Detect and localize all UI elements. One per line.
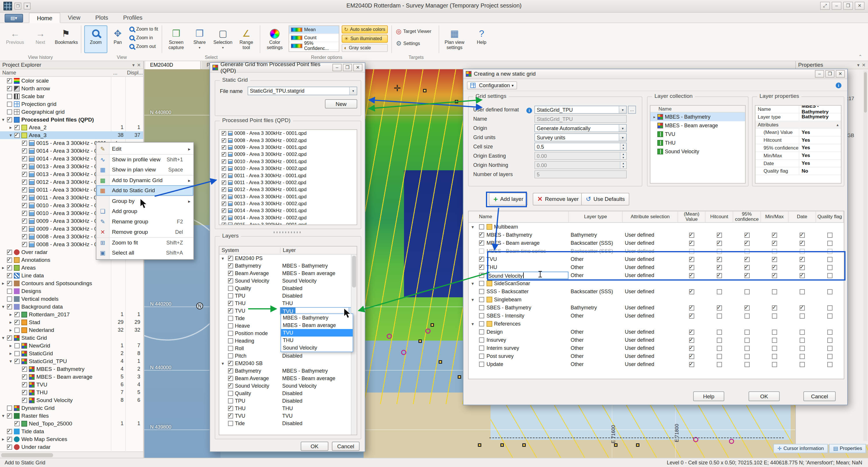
attribute-checkbox[interactable]	[772, 249, 777, 254]
close-icon[interactable]: ✕	[855, 2, 865, 10]
layer-type-cell[interactable]: Other	[568, 337, 623, 343]
minmax-cell[interactable]	[761, 353, 788, 359]
spinner-icon[interactable]	[620, 152, 626, 159]
attribute-checkbox[interactable]	[717, 305, 722, 311]
minmax-cell[interactable]	[761, 248, 788, 254]
property-row[interactable]: Date Yes	[755, 160, 841, 168]
layer-enabled-checkbox[interactable]	[479, 329, 484, 335]
minmax-cell[interactable]	[761, 305, 788, 311]
layer-checkbox[interactable]	[228, 323, 233, 329]
layer-table-row[interactable]: Update Other User defined	[469, 360, 844, 368]
visibility-checkbox[interactable]	[7, 444, 12, 450]
field-input[interactable]: 5	[534, 170, 627, 178]
date-cell[interactable]	[788, 329, 816, 335]
expander-icon[interactable]	[0, 335, 6, 341]
minmax-cell[interactable]	[761, 240, 788, 246]
hitcount-cell[interactable]	[706, 232, 733, 238]
attribute-checkbox[interactable]	[689, 289, 694, 294]
menu-item[interactable]: ∿ Show in profile view Shift+1 ▸	[96, 154, 193, 164]
menu-item[interactable]: ▦ Add to Static Grid ▸	[96, 185, 193, 196]
visibility-checkbox[interactable]	[22, 242, 27, 247]
tree-item[interactable]: NewGrid 1 7	[0, 342, 143, 349]
date-cell[interactable]	[788, 264, 816, 271]
confidence-cell[interactable]	[733, 337, 761, 343]
layer-type-cell[interactable]: Other	[568, 361, 623, 367]
layer-type-cell[interactable]: Other	[568, 256, 623, 262]
expander-icon[interactable]	[0, 265, 6, 271]
quality-flag-cell[interactable]	[816, 256, 844, 262]
visibility-checkbox[interactable]	[22, 382, 27, 387]
layer-name-cell[interactable]: MBES - Beam time series	[487, 247, 568, 255]
tree-item[interactable]: Area_3 38 37	[0, 131, 143, 139]
visibility-checkbox[interactable]	[22, 203, 27, 208]
attribute-checkbox[interactable]	[772, 257, 777, 262]
quality-flag-cell[interactable]	[816, 264, 844, 271]
ribbon-tab[interactable]: View	[60, 13, 88, 23]
layer-enabled-checkbox[interactable]	[479, 353, 484, 359]
configuration-button[interactable]: Configuration ▾	[467, 82, 517, 90]
tree-item[interactable]: Sound Velocity 8 6	[0, 396, 143, 404]
expander-icon[interactable]	[7, 312, 14, 317]
hitcount-cell[interactable]	[706, 240, 733, 246]
menu-item[interactable]: ▣ Select all Shift+A ▸	[96, 248, 193, 258]
layer-mapping-row[interactable]: THU THU	[219, 405, 356, 412]
attribute-checkbox[interactable]	[744, 265, 750, 270]
attribute-checkbox[interactable]	[744, 338, 750, 343]
attribute-checkbox[interactable]	[800, 305, 805, 311]
layer-mapping-row[interactable]: Bathymetry MBES - Bathymetry	[219, 262, 356, 270]
quality-flag-cell[interactable]	[816, 240, 844, 246]
tree-item[interactable]: Vertical models	[0, 295, 143, 303]
expander-icon[interactable]	[7, 319, 14, 325]
ribbon-collapse-icon[interactable]: ⌃	[859, 54, 862, 59]
visibility-checkbox[interactable]	[7, 273, 12, 278]
file-checkbox[interactable]	[222, 174, 226, 178]
cursor-information-tab[interactable]: ✛ Cursor information	[773, 444, 828, 453]
ribbon-button[interactable]: → Next	[29, 25, 52, 53]
add-layer-button[interactable]: + Add layer	[489, 193, 528, 206]
layer-enabled-checkbox[interactable]	[479, 305, 484, 310]
panel-close-icon[interactable]: ✕	[137, 62, 141, 68]
layer-table-row[interactable]: MBES - Bathymetry Bathymetry User define…	[469, 231, 844, 239]
hitcount-cell[interactable]	[706, 337, 733, 343]
layer-checkbox[interactable]	[228, 308, 233, 313]
layer-enabled-checkbox[interactable]	[479, 281, 484, 286]
pan-button[interactable]: ✥ Pan	[106, 25, 129, 53]
attribute-checkbox[interactable]	[717, 330, 722, 335]
tree-item[interactable]: Stad 29 29	[0, 318, 143, 326]
layer-name-cell[interactable]: References	[494, 320, 574, 328]
property-row[interactable]: Layer type Bathymetry	[755, 114, 841, 121]
tree-item[interactable]: Ned_Topo_25000 1 1	[0, 420, 143, 428]
layer-name-cell[interactable]: Insurvey	[487, 336, 568, 344]
tree-item[interactable]: Geographical grid	[0, 108, 143, 116]
layer-checkbox[interactable]	[228, 353, 233, 359]
maximize-icon[interactable]: ❐	[843, 2, 853, 10]
layer-mapping-row[interactable]: Tide Disabled	[219, 420, 356, 427]
layer-mapping-row[interactable]: Beam Average MBES - Beam average	[219, 375, 356, 382]
tree-item[interactable]: Designs	[0, 287, 143, 295]
minimize-icon[interactable]: –	[815, 70, 824, 77]
qpd-file-row[interactable]: 0011 - Area 3 300kHz - 0001.qpd	[219, 172, 356, 179]
attribute-selection-cell[interactable]: User defined	[622, 305, 678, 311]
attribute-checkbox[interactable]	[800, 330, 805, 335]
date-cell[interactable]	[788, 289, 816, 295]
minmax-cell[interactable]	[761, 256, 788, 262]
attribute-selection-cell[interactable]: User defined	[622, 248, 678, 254]
attribute-checkbox[interactable]	[717, 289, 722, 294]
expander-icon[interactable]	[219, 256, 226, 261]
mean-value-cell[interactable]	[678, 337, 706, 343]
color-scale-option[interactable]: Mean	[289, 26, 339, 34]
date-cell[interactable]	[788, 361, 816, 367]
targets-button[interactable]: ◎ Target Viewer	[395, 28, 437, 35]
field-input[interactable]: 0.00	[534, 161, 627, 169]
cancel-button[interactable]: Cancel	[332, 442, 360, 451]
tree-item[interactable]: Web Map Services	[0, 435, 143, 443]
date-cell[interactable]	[788, 256, 816, 262]
spinner-icon[interactable]	[620, 143, 626, 150]
tree-item[interactable]: Rotterdam_2017 1 1	[0, 311, 143, 318]
layer-enabled-checkbox[interactable]	[479, 289, 484, 294]
attribute-checkbox[interactable]	[772, 241, 777, 246]
collection-layer-row[interactable]: TVU	[650, 130, 745, 138]
confidence-cell[interactable]	[733, 305, 761, 311]
layer-enabled-checkbox[interactable]	[479, 362, 484, 367]
layer-enabled-checkbox[interactable]	[479, 273, 484, 278]
